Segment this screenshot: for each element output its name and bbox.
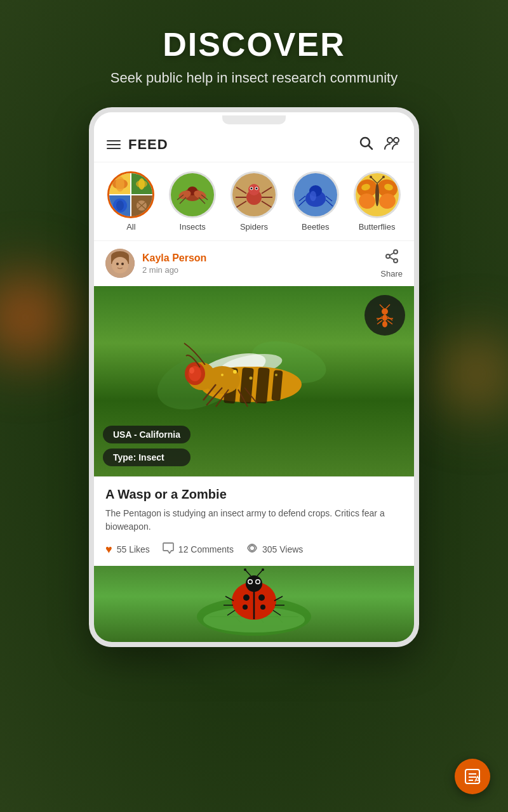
svg-point-100: [382, 321, 387, 327]
svg-point-36: [255, 187, 257, 189]
user-name: Kayla Person: [142, 252, 206, 264]
post-image-bg: USA - California Type: Insect: [94, 286, 414, 476]
avatar: [105, 249, 135, 278]
svg-point-68: [121, 263, 124, 265]
share-button[interactable]: Share: [380, 249, 403, 278]
post-image: USA - California Type: Insect: [94, 286, 414, 476]
svg-point-46: [310, 191, 316, 201]
svg-point-11: [138, 178, 145, 190]
phone-mockup: FEED: [89, 107, 419, 647]
svg-line-105: [377, 320, 382, 324]
share-label: Share: [380, 269, 403, 278]
comments-stat[interactable]: 12 Comments: [163, 542, 234, 557]
svg-point-120: [243, 605, 248, 610]
svg-line-128: [257, 570, 263, 576]
likes-count: 55 Likes: [117, 544, 150, 554]
svg-point-32: [248, 184, 260, 195]
wasp-illustration: [149, 324, 340, 438]
phone-top-bar: [94, 112, 414, 128]
comment-icon: [163, 542, 174, 557]
svg-line-106: [387, 320, 392, 324]
post-user-row: Kayla Person 2 min ago Share: [94, 241, 414, 286]
svg-point-122: [246, 575, 262, 592]
fab-button[interactable]: [455, 759, 490, 794]
svg-point-99: [382, 315, 387, 321]
svg-line-127: [245, 570, 251, 576]
profile-icon[interactable]: [384, 135, 401, 154]
location-tag: USA - California: [103, 426, 190, 443]
image-tags: USA - California Type: Insect: [103, 426, 190, 466]
svg-point-58: [375, 183, 379, 206]
svg-point-62: [382, 176, 385, 178]
svg-line-108: [386, 304, 390, 308]
svg-point-13: [116, 200, 124, 211]
svg-line-1: [369, 145, 373, 149]
feed-header: FEED: [94, 128, 414, 162]
post-time: 2 min ago: [142, 265, 206, 275]
category-beetles[interactable]: Beetles: [292, 171, 339, 232]
header-section: DISCOVER Seek public help in insect rese…: [110, 0, 398, 101]
user-info: Kayla Person 2 min ago: [105, 249, 206, 278]
svg-point-66: [112, 257, 128, 273]
svg-point-98: [382, 308, 388, 315]
post-stats: ♥ 55 Likes 12 Comments: [105, 542, 403, 557]
user-details: Kayla Person 2 min ago: [142, 252, 206, 275]
svg-point-94: [233, 370, 237, 374]
page-subtitle: Seek public help in insect research comm…: [110, 69, 398, 88]
views-icon: [246, 542, 258, 557]
feed-header-left: FEED: [107, 136, 168, 153]
svg-point-88: [189, 367, 194, 374]
feed-title: FEED: [128, 136, 168, 153]
category-circle-insects: [169, 171, 216, 218]
likes-stat[interactable]: ♥ 55 Likes: [105, 543, 150, 556]
comments-count: 12 Comments: [178, 544, 234, 554]
type-tag: Type: Insect: [103, 449, 190, 466]
svg-line-73: [389, 252, 394, 255]
category-circle-spiders: [231, 171, 277, 218]
svg-line-107: [380, 304, 384, 308]
category-circle-all: [107, 171, 154, 218]
svg-line-72: [389, 257, 394, 259]
ladybug-area: [94, 566, 414, 642]
insect-type-badge: [364, 295, 405, 336]
svg-point-2: [387, 138, 392, 143]
page-content: DISCOVER Seek public help in insect rese…: [0, 0, 508, 812]
svg-point-67: [116, 263, 119, 265]
menu-icon[interactable]: [107, 140, 121, 149]
share-icon: [384, 249, 399, 268]
svg-point-61: [370, 176, 372, 178]
category-spiders[interactable]: Spiders: [231, 171, 277, 232]
svg-point-97: [275, 374, 277, 376]
page-title: DISCOVER: [110, 25, 398, 63]
bottom-card-preview: [94, 566, 414, 642]
category-circle-beetles: [292, 171, 339, 218]
svg-point-35: [250, 187, 252, 189]
svg-point-109: [250, 546, 255, 551]
svg-point-3: [394, 138, 399, 143]
category-label-butterflies: Butterflies: [359, 222, 396, 232]
views-stat: 305 Views: [246, 542, 303, 557]
post-info-card: A Wasp or a Zombie The Pentagon is study…: [94, 476, 414, 566]
category-label-all: All: [126, 222, 135, 232]
svg-point-119: [258, 594, 265, 601]
svg-point-9: [116, 176, 124, 192]
svg-point-96: [250, 376, 253, 379]
search-icon[interactable]: [358, 135, 373, 154]
svg-point-126: [257, 580, 260, 583]
post-description: The Pentagon is studying an insect army …: [105, 507, 403, 534]
category-all[interactable]: All: [107, 171, 154, 232]
svg-point-129: [244, 568, 246, 571]
categories-row: All: [94, 162, 414, 241]
feed-header-right: [358, 135, 401, 154]
category-butterflies[interactable]: Butterflies: [354, 171, 401, 232]
category-label-beetles: Beetles: [302, 222, 329, 232]
svg-point-125: [249, 580, 252, 583]
category-circle-butterflies: [354, 171, 401, 218]
svg-point-95: [221, 374, 224, 376]
views-count: 305 Views: [262, 544, 303, 554]
post-title: A Wasp or a Zombie: [105, 487, 403, 502]
heart-icon: ♥: [105, 543, 112, 556]
phone-notch: [222, 115, 286, 124]
category-label-spiders: Spiders: [240, 222, 268, 232]
category-insects[interactable]: Insects: [169, 171, 216, 232]
